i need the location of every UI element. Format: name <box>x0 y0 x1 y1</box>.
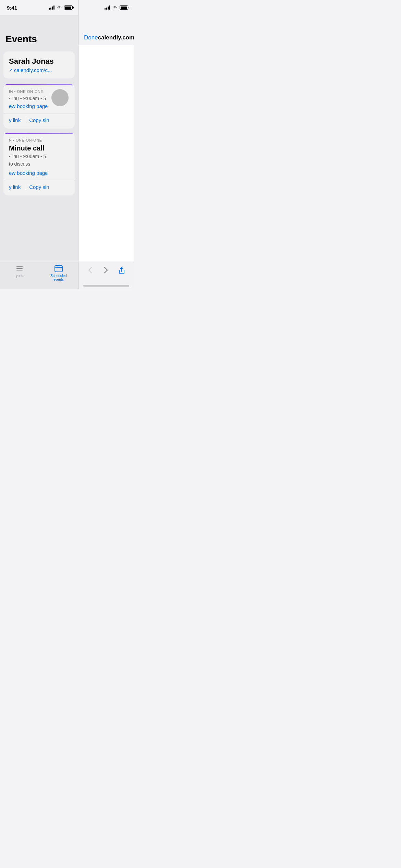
profile-link-text: calendly.com/c... <box>14 67 52 73</box>
event-card-2-type: N • ONE-ON-ONE <box>9 138 69 142</box>
event-card-2-booking-link[interactable]: ew booking page <box>9 170 69 176</box>
event-card-2-copy-link[interactable]: y link <box>9 184 21 190</box>
svg-rect-3 <box>55 266 62 272</box>
svg-rect-4 <box>57 265 58 266</box>
event-card-2-description: to discuss <box>9 161 69 167</box>
battery-icon-right <box>120 5 128 10</box>
modal-web-content[interactable] <box>78 45 134 261</box>
event-card-2-title: Minute call <box>9 144 69 152</box>
share-button[interactable] <box>117 265 127 277</box>
profile-link[interactable]: ↗ calendly.com/c... <box>9 67 69 73</box>
left-panel-title: Events <box>5 34 73 45</box>
battery-icon <box>64 5 73 10</box>
event-card-2: N • ONE-ON-ONE Minute call -Thu • 9:00am… <box>3 133 75 195</box>
event-card-2-schedule: -Thu • 9:00am - 5 <box>9 154 69 159</box>
svg-rect-5 <box>60 265 60 266</box>
touch-indicator <box>51 89 69 106</box>
svg-rect-1 <box>16 268 23 269</box>
chevron-right-icon <box>104 267 108 274</box>
tab-scheduled-events[interactable]: Scheduledevents <box>39 264 78 281</box>
action-divider <box>25 117 25 123</box>
forward-button[interactable] <box>101 265 111 277</box>
wifi-icon-right <box>112 5 118 10</box>
calendar-icon <box>54 264 63 273</box>
wifi-icon <box>57 5 62 10</box>
external-link-icon: ↗ <box>9 68 13 73</box>
left-scroll-area: Sarah Jonas ↗ calendly.com/c... IN • ONE… <box>0 49 78 264</box>
status-bar: 9:41 <box>0 0 78 15</box>
event-card-1-copy-single[interactable]: Copy sin <box>29 117 49 123</box>
left-tab-bar: ypes Scheduledevents <box>0 261 78 289</box>
event-card-1-actions: y link Copy sin <box>3 113 75 123</box>
signal-bars <box>49 5 55 10</box>
back-button[interactable] <box>85 265 95 277</box>
svg-rect-6 <box>55 267 62 268</box>
signal-bars-right <box>105 5 110 10</box>
event-card-2-actions: y link Copy sin <box>3 180 75 190</box>
modal-header: Done calendly.com <box>78 30 134 45</box>
svg-rect-0 <box>16 266 23 267</box>
modal-title: calendly.com <box>98 34 134 41</box>
profile-card: Sarah Jonas ↗ calendly.com/c... <box>3 51 75 79</box>
battery-fill <box>121 7 127 9</box>
list-icon <box>15 264 24 273</box>
left-panel: Events Sarah Jonas ↗ calendly.com/c... I… <box>0 0 78 289</box>
home-indicator <box>83 285 129 287</box>
profile-name: Sarah Jonas <box>9 57 69 66</box>
share-icon <box>118 267 125 274</box>
action-divider-2 <box>25 184 25 190</box>
left-header: Events <box>0 30 78 49</box>
tab-event-types-label: ypes <box>16 274 23 278</box>
chevron-left-icon <box>88 267 92 274</box>
event-card-1-copy-link[interactable]: y link <box>9 117 21 123</box>
svg-rect-2 <box>16 270 23 270</box>
event-card-2-copy-single[interactable]: Copy sin <box>29 184 49 190</box>
tab-scheduled-events-label: Scheduledevents <box>50 274 66 281</box>
modal-done-button[interactable]: Done <box>84 34 98 41</box>
tab-event-types[interactable]: ypes <box>0 264 39 278</box>
right-panel: Done calendly.com <box>78 0 134 289</box>
status-icons <box>49 5 73 10</box>
status-time: 9:41 <box>7 5 17 11</box>
modal-status-area <box>78 0 134 15</box>
